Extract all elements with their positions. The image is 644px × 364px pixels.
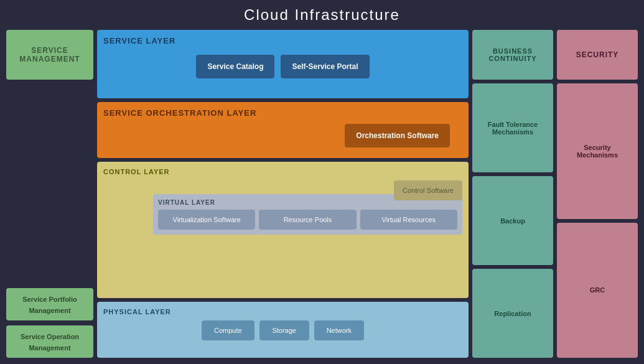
service-layer-title: SERVICE LAYER — [103, 36, 462, 45]
service-portfolio-label: Service Portfolio Management — [22, 296, 77, 314]
backup-label: Backup — [500, 217, 525, 225]
physical-boxes: Compute Storage Network — [103, 320, 462, 340]
virtual-boxes: Virtualization Software Resource Pools V… — [158, 210, 457, 230]
grc-label: GRC — [590, 286, 605, 294]
main-container: Cloud Infrastructure SERVICE MANAGEMENT … — [0, 0, 644, 364]
orchestration-layer-title: SERVICE ORCHESTRATION LAYER — [103, 108, 462, 118]
resource-pools-box: Resource Pools — [259, 210, 356, 230]
service-management-panel: SERVICE MANAGEMENT — [6, 30, 93, 80]
service-layer: SERVICE LAYER Service Catalog Self-Servi… — [97, 30, 469, 98]
security-column: SECURITY Security Mechanisms GRC — [557, 30, 638, 358]
security-mechanisms-label: Security Mechanisms — [563, 144, 632, 159]
security-panel: SECURITY — [557, 30, 638, 80]
virtualization-software-box: Virtualization Software — [158, 210, 255, 230]
physical-layer-title: PHYSICAL LAYER — [103, 308, 462, 315]
service-catalog-button[interactable]: Service Catalog — [196, 55, 274, 78]
replication-box: Replication — [472, 269, 553, 358]
center-column: SERVICE LAYER Service Catalog Self-Servi… — [97, 30, 469, 358]
grc-box: GRC — [557, 223, 638, 358]
business-continuity-panel: BUSINESS CONTINUITY — [472, 30, 553, 80]
diagram-area: SERVICE MANAGEMENT Service Portfolio Man… — [6, 30, 638, 358]
service-portfolio-box: Service Portfolio Management — [6, 288, 93, 320]
left-column: SERVICE MANAGEMENT Service Portfolio Man… — [6, 30, 93, 358]
control-layer: CONTROL LAYER Control Software VIRTUAL L… — [97, 162, 469, 298]
security-mechanisms-box: Security Mechanisms — [557, 83, 638, 219]
replication-label: Replication — [494, 310, 531, 317]
fault-tolerance-label: Fault Tolerance Mechanisms — [478, 121, 547, 136]
left-bottom-boxes: Service Portfolio Management Service Ope… — [6, 288, 93, 358]
self-service-portal-button[interactable]: Self-Service Portal — [281, 55, 369, 78]
left-spacer — [6, 83, 93, 284]
control-software-button: Control Software — [394, 180, 462, 200]
physical-layer: PHYSICAL LAYER Compute Storage Network — [97, 302, 469, 358]
security-boxes: Security Mechanisms GRC — [557, 83, 638, 358]
service-operation-box: Service Operation Management — [6, 325, 93, 358]
service-operation-label: Service Operation Management — [21, 333, 79, 352]
orchestration-software-button[interactable]: Orchestration Software — [345, 124, 450, 147]
business-continuity-label: BUSINESS CONTINUITY — [478, 47, 547, 62]
backup-box: Backup — [472, 176, 553, 265]
compute-box: Compute — [202, 320, 254, 340]
service-management-label: SERVICE MANAGEMENT — [12, 46, 87, 63]
orchestration-layer: SERVICE ORCHESTRATION LAYER Orchestratio… — [97, 102, 469, 158]
network-box: Network — [314, 320, 364, 340]
virtual-resources-box: Virtual Resources — [360, 210, 457, 230]
orchestration-btn-container: Orchestration Software — [103, 124, 462, 147]
fault-tolerance-box: Fault Tolerance Mechanisms — [472, 83, 553, 172]
business-continuity-column: BUSINESS CONTINUITY Fault Tolerance Mech… — [472, 30, 553, 358]
security-label: SECURITY — [576, 50, 619, 59]
right-boxes: Fault Tolerance Mechanisms Backup Replic… — [472, 83, 553, 358]
storage-box: Storage — [259, 320, 309, 340]
service-layer-buttons: Service Catalog Self-Service Portal — [103, 52, 462, 82]
page-title: Cloud Infrastructure — [244, 6, 400, 24]
control-layer-title: CONTROL LAYER — [103, 168, 462, 175]
